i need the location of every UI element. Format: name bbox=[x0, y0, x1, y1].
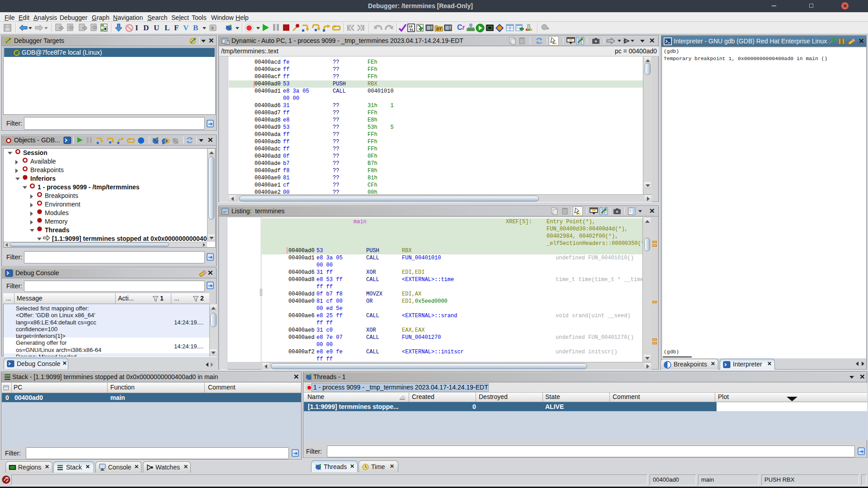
svg-text:a: a bbox=[211, 25, 214, 30]
svg-text:DT: DT bbox=[436, 27, 442, 31]
svg-text:01: 01 bbox=[410, 28, 413, 32]
